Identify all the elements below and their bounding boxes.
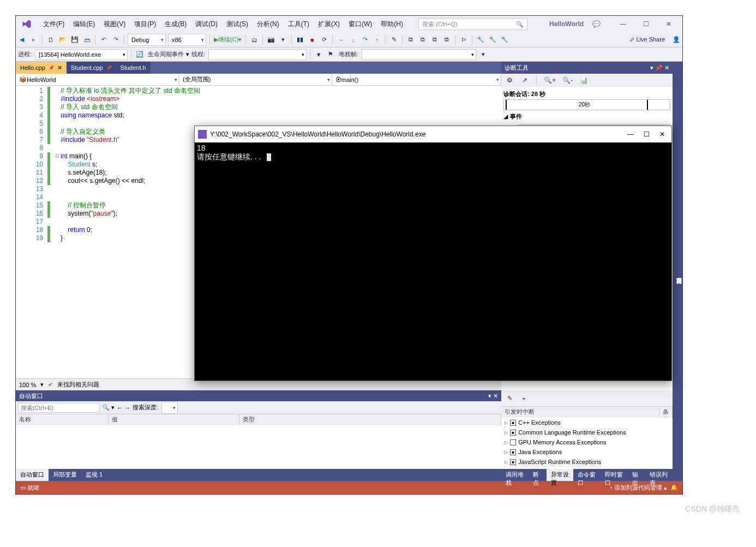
- editor-tab[interactable]: Student.h: [116, 62, 151, 74]
- console-close[interactable]: ✕: [659, 130, 665, 138]
- autos-panel-header[interactable]: 自动窗口▾ ✕: [16, 390, 501, 401]
- exc-tool-1[interactable]: ✎: [503, 393, 515, 405]
- autos-body[interactable]: [16, 425, 501, 469]
- tool-icon-2[interactable]: ▾: [277, 34, 289, 46]
- status-notif-icon[interactable]: 🔔: [670, 484, 678, 491]
- zoom-out-icon[interactable]: 🔍-: [561, 74, 574, 86]
- config-dropdown[interactable]: Debug: [128, 34, 166, 46]
- diag-header[interactable]: 诊断工具▾ 📌 ✕: [501, 62, 673, 74]
- autos-search-icon[interactable]: 🔍 ▾: [102, 404, 115, 411]
- editor-tab[interactable]: Hello.cpp📌✕: [16, 62, 67, 74]
- menu-analyze[interactable]: 分析(N): [253, 17, 284, 31]
- stop-icon[interactable]: ■: [306, 34, 318, 46]
- nav-function[interactable]: ⦿ main(): [332, 74, 501, 85]
- open-icon[interactable]: 📂: [57, 34, 69, 46]
- exc-row[interactable]: ▷■C++ Exceptions: [501, 418, 673, 427]
- exc-tab[interactable]: 异常设置: [547, 469, 574, 481]
- tool-icon-c[interactable]: ⧉: [417, 34, 429, 46]
- platform-dropdown[interactable]: x86: [168, 34, 206, 46]
- step-into-icon[interactable]: ↓: [347, 34, 359, 46]
- exc-tool-2[interactable]: +: [518, 393, 530, 405]
- diag-chart-icon[interactable]: 📊: [578, 74, 590, 86]
- new-icon[interactable]: 🗋: [45, 34, 57, 46]
- account-icon[interactable]: 👤: [670, 34, 682, 46]
- screenshot-icon[interactable]: 📷: [265, 34, 277, 46]
- zoom-in-icon[interactable]: 🔍+: [542, 74, 557, 86]
- menu-help[interactable]: 帮助(H): [376, 17, 407, 31]
- maximize-button[interactable]: ☐: [634, 16, 657, 32]
- close-button[interactable]: ✕: [657, 16, 680, 32]
- exc-row[interactable]: ▷GPU Memory Access Exceptions: [501, 437, 673, 447]
- menu-tools[interactable]: 工具(T): [284, 17, 314, 31]
- exc-body[interactable]: ▷■C++ Exceptions▷■Common Language Runtim…: [501, 418, 673, 469]
- console-titlebar[interactable]: Y:\002_WorkSpace\002_VS\HelloWorld\Hello…: [195, 126, 671, 142]
- pause-icon[interactable]: ▮▮: [294, 34, 306, 46]
- tool-icon-f[interactable]: 🔧: [475, 34, 487, 46]
- console-maximize[interactable]: ☐: [644, 130, 650, 138]
- lifecycle-icon[interactable]: 🔄: [134, 49, 146, 61]
- step-over-icon[interactable]: ↷: [359, 34, 371, 46]
- bookmark-icon[interactable]: 🏳: [458, 34, 470, 46]
- diag-timeline[interactable]: 20秒: [503, 99, 670, 110]
- menu-window[interactable]: 窗口(W): [344, 17, 376, 31]
- tool-icon-e[interactable]: ⧉: [441, 34, 453, 46]
- tool-icon-d[interactable]: ⧉: [429, 34, 441, 46]
- save-icon[interactable]: 💾: [69, 34, 81, 46]
- autos-tab[interactable]: 局部变量: [49, 469, 81, 481]
- status-src-control[interactable]: ↑ 添加到源代码管理 ▴: [609, 484, 667, 492]
- step-next-icon[interactable]: →: [335, 34, 347, 46]
- tool-icon-h[interactable]: 🔧: [499, 34, 511, 46]
- menu-file[interactable]: 文件(F): [39, 17, 69, 31]
- menu-project[interactable]: 项目(P): [130, 17, 160, 31]
- zoom-level[interactable]: 100 %: [19, 382, 36, 388]
- exc-tab[interactable]: 错误列表: [645, 469, 673, 481]
- console-minimize[interactable]: ―: [627, 130, 634, 138]
- tool-icon-1[interactable]: 🗂: [248, 34, 260, 46]
- step-out-icon[interactable]: ↑: [371, 34, 383, 46]
- diag-open-icon[interactable]: ↗: [519, 74, 531, 86]
- restart-icon[interactable]: ⟳: [318, 34, 330, 46]
- menu-view[interactable]: 视图(V): [99, 17, 130, 31]
- nav-fwd-icon[interactable]: ▸: [28, 34, 40, 46]
- tool-icon-b[interactable]: ⧉: [405, 34, 417, 46]
- live-share-button[interactable]: ⬀ Live Share: [629, 36, 665, 43]
- exc-tab[interactable]: 即时窗口: [601, 469, 628, 481]
- exc-tab[interactable]: 输出: [628, 469, 646, 481]
- undo-icon[interactable]: ↶: [98, 34, 110, 46]
- save-all-icon[interactable]: 🗃: [81, 34, 93, 46]
- filter-icon[interactable]: ▼: [313, 49, 325, 61]
- nav-scope2[interactable]: (全局范围): [179, 74, 332, 85]
- exc-tab[interactable]: 调用堆栈: [501, 469, 529, 481]
- autos-tab[interactable]: 监视 1: [81, 469, 107, 481]
- menu-extensions[interactable]: 扩展(X): [314, 17, 344, 31]
- process-dropdown[interactable]: [13564] HelloWorld.exe: [35, 49, 128, 60]
- stackframe-dropdown[interactable]: [362, 49, 476, 60]
- continue-button[interactable]: ▶ 继续(C) ▾: [212, 34, 243, 46]
- menu-test[interactable]: 测试(S): [222, 17, 253, 31]
- autos-depth-dd[interactable]: [161, 402, 178, 414]
- feedback-icon[interactable]: 💬: [592, 20, 601, 28]
- exc-row[interactable]: ▷■Common Language Runtime Exceptions: [501, 427, 673, 437]
- menu-edit[interactable]: 编辑(E): [69, 17, 99, 31]
- tool-icon-a[interactable]: ✎: [388, 34, 400, 46]
- exc-row[interactable]: ▷■Java Exceptions: [501, 447, 673, 457]
- menu-debug[interactable]: 调试(D): [191, 17, 222, 31]
- autos-tab[interactable]: 自动窗口: [16, 469, 49, 481]
- nav-scope[interactable]: 📦 HelloWorld: [16, 74, 179, 85]
- editor-tab[interactable]: Student.cpp📌: [67, 62, 116, 74]
- flag-icon[interactable]: ⚑: [325, 49, 337, 61]
- exc-tab[interactable]: 命令窗口: [573, 469, 601, 481]
- solution-explorer-strip[interactable]: 解决方案资源管理器: [673, 62, 682, 481]
- exc-tab[interactable]: 断点: [529, 469, 547, 481]
- thread-dropdown[interactable]: [208, 49, 307, 60]
- search-input[interactable]: 搜索 (Ctrl+Q) 🔍: [418, 18, 527, 30]
- nav-back-icon[interactable]: ◀: [16, 34, 28, 46]
- autos-search-input[interactable]: [18, 403, 100, 413]
- minimize-button[interactable]: ―: [611, 16, 634, 32]
- frame-nav-icon[interactable]: ▾: [477, 49, 489, 61]
- menu-build[interactable]: 生成(B): [160, 17, 191, 31]
- redo-icon[interactable]: ↷: [110, 34, 122, 46]
- exc-row[interactable]: ▷■JavaScript Runtime Exceptions: [501, 457, 673, 467]
- tool-icon-g[interactable]: 🔧: [487, 34, 499, 46]
- gear-icon[interactable]: ⚙: [503, 74, 515, 86]
